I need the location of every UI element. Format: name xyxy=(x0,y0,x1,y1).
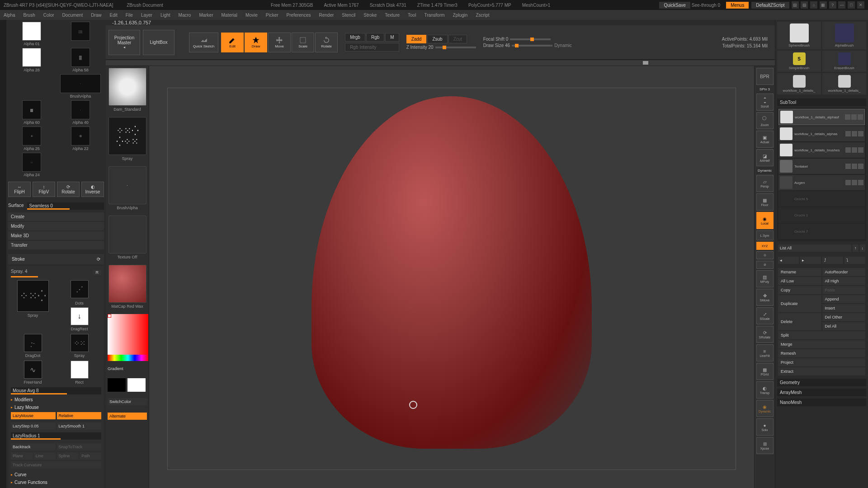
seamless-slider[interactable]: Seamless 0 xyxy=(27,202,104,210)
aahalf-button[interactable]: ◪AAHalf xyxy=(756,149,774,166)
subtool-row[interactable]: workflow_1_details_alphas xyxy=(778,126,865,141)
notes2-icon[interactable]: ▤ xyxy=(801,1,808,9)
alternate-button[interactable]: Alternate xyxy=(108,413,147,420)
texture-thumb[interactable] xyxy=(108,216,146,253)
rgb-intensity[interactable]: Rgb Intensity xyxy=(345,43,399,52)
plane-button[interactable]: Plane xyxy=(11,452,33,460)
alpha-thumb[interactable]: · xyxy=(108,166,146,204)
alpha-thumb[interactable]: ||| xyxy=(22,100,41,119)
mouseavg-slider[interactable]: Mouse Avg 8 xyxy=(11,387,101,394)
menu-macro[interactable]: Macro xyxy=(179,13,191,18)
dynamic-button[interactable]: ◉Dynamic xyxy=(756,400,774,417)
draw-button[interactable]: Draw xyxy=(245,33,267,52)
scale-button[interactable]: Scale xyxy=(292,33,314,52)
menu-layer[interactable]: Layer xyxy=(141,13,152,18)
copy-button[interactable]: Copy xyxy=(778,286,821,294)
modify-button[interactable]: Modify xyxy=(8,222,104,230)
tool-thumb[interactable] xyxy=(793,75,806,88)
menus-button[interactable]: Menus xyxy=(726,2,749,9)
rename-button[interactable]: Rename xyxy=(778,268,821,276)
menu-preferences[interactable]: Preferences xyxy=(287,13,311,18)
menu-brush[interactable]: Brush xyxy=(24,13,35,18)
freehand-thumb[interactable]: ∿ xyxy=(24,361,42,379)
alpha-thumb[interactable] xyxy=(22,48,41,67)
lazymouse-header[interactable]: Lazy Mouse xyxy=(11,405,101,410)
flipv-button[interactable]: ↕FlipV xyxy=(33,182,55,197)
material-thumb[interactable] xyxy=(108,265,146,303)
poly-icon[interactable] xyxy=(858,114,863,120)
eye-icon[interactable] xyxy=(845,114,850,120)
duplicate-button[interactable]: Duplicate xyxy=(778,295,821,312)
stroke-thumb[interactable]: ⁘⁙⁛⁛⁘⁙ xyxy=(108,117,146,155)
lazyradius-slider[interactable]: LazyRadius 1 xyxy=(11,432,101,440)
stroke-spray-thumb[interactable]: ⁘⁙⁛ xyxy=(17,280,49,312)
home-icon[interactable]: ⌂ xyxy=(810,1,817,9)
local-button[interactable]: ◉Local xyxy=(756,212,774,229)
r-button[interactable]: R xyxy=(93,270,102,275)
linefill-button[interactable]: ≡LineFill xyxy=(756,344,774,361)
srotate-button[interactable]: ⟳SRotate xyxy=(756,326,774,343)
tool-thumb[interactable] xyxy=(838,75,851,88)
axis-y-button[interactable]: ⊙ xyxy=(756,251,774,259)
lazysmooth-slider[interactable]: LazySmooth 1 xyxy=(57,422,102,430)
rotate-mode-button[interactable]: Rotate xyxy=(315,33,338,52)
menu-color[interactable]: Color xyxy=(43,13,54,18)
spix-slider[interactable]: SPix 3 xyxy=(760,86,770,92)
subtool-row[interactable]: Orochi 1 xyxy=(778,207,865,223)
switchcolor-button[interactable]: SwitchColor xyxy=(108,398,147,405)
subtool-row[interactable]: Tentakel xyxy=(778,159,865,174)
modifiers-header[interactable]: Modifiers xyxy=(11,397,101,402)
line-button[interactable]: Line xyxy=(34,452,56,460)
paste-button[interactable]: Paste xyxy=(822,286,866,294)
nanomesh-header[interactable]: NanoMesh xyxy=(777,399,866,406)
color-swatch-a[interactable] xyxy=(108,378,126,392)
path-button[interactable]: Path xyxy=(80,452,101,460)
minimize-icon[interactable]: — xyxy=(838,1,845,9)
axis-z-button[interactable]: ⊘ xyxy=(756,261,774,269)
geometry-header[interactable]: Geometry xyxy=(777,379,866,386)
menu-transform[interactable]: Transform xyxy=(424,13,444,18)
tool-thumb[interactable] xyxy=(835,23,854,42)
floor-button[interactable]: ▦Floor xyxy=(756,193,774,211)
subtool-header[interactable]: SubTool xyxy=(777,99,866,106)
subtool-row[interactable]: Orochi 7 xyxy=(778,224,865,239)
menu-render[interactable]: Render xyxy=(319,13,334,18)
alpha-thumb[interactable]: ○ xyxy=(22,153,41,172)
brush-thumb[interactable] xyxy=(108,68,146,106)
zoom-button[interactable]: Zoom xyxy=(756,112,774,129)
edit-button[interactable]: Edit xyxy=(221,33,244,52)
alpha-thumb[interactable]: ✦ xyxy=(22,127,41,145)
rgb-button[interactable]: Rgb xyxy=(366,33,384,42)
menu-document[interactable]: Document xyxy=(62,13,83,18)
up-icon[interactable]: ↑ xyxy=(853,244,859,252)
subtool-row[interactable]: workflow_1_details_alphasf xyxy=(778,109,865,125)
curvefn-header[interactable]: Curve Functions xyxy=(11,480,101,485)
alpha-thumb[interactable]: · xyxy=(60,74,101,93)
subtool-row[interactable]: workflow_1_details_brushes xyxy=(778,142,865,158)
xyz-button[interactable]: XYZ xyxy=(756,242,774,250)
viewport[interactable] xyxy=(149,66,754,488)
spray2-thumb[interactable]: ⁘⁙ xyxy=(71,334,89,352)
rect-thumb[interactable] xyxy=(71,361,89,379)
default-script[interactable]: DefaultZScript xyxy=(751,2,789,9)
close-icon[interactable]: ✕ xyxy=(857,1,864,9)
projection-master-button[interactable]: Projection Master◂ xyxy=(108,30,140,55)
focalshift-slider[interactable]: Focal Shift 0 xyxy=(483,37,572,42)
paint-icon[interactable] xyxy=(851,114,857,120)
tool-thumb[interactable]: S xyxy=(793,52,806,65)
fliph-button[interactable]: ↔FlipH xyxy=(8,182,31,197)
menu-tool[interactable]: Tool xyxy=(408,13,416,18)
arrow-left-icon[interactable]: ◂ xyxy=(778,257,799,264)
project-button[interactable]: Project xyxy=(778,358,865,366)
backtrack-toggle[interactable]: Backtrack xyxy=(11,443,56,450)
spline-button[interactable]: Spline xyxy=(57,452,79,460)
append-button[interactable]: Append xyxy=(822,295,866,303)
menu-picker[interactable]: Picker xyxy=(266,13,278,18)
scroll-button[interactable]: Scroll xyxy=(756,94,774,111)
sscale-button[interactable]: ⤢SScale xyxy=(756,307,774,324)
tool-thumb[interactable] xyxy=(790,23,809,42)
persp-button[interactable]: ▱Persp xyxy=(756,175,774,192)
alpha-thumb[interactable]: ❋ xyxy=(71,127,90,145)
insert-button[interactable]: Insert xyxy=(822,304,866,312)
lazymouse-toggle[interactable]: LazyMouse xyxy=(11,412,56,419)
